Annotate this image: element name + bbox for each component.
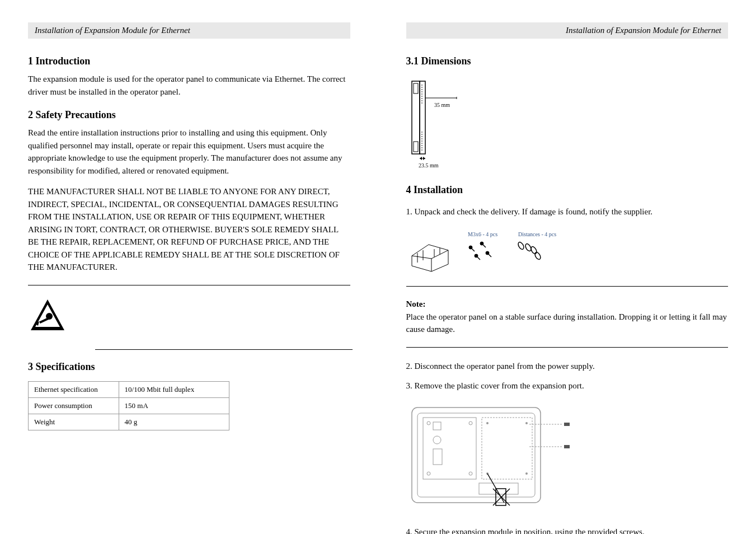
spec-label: Weight — [29, 414, 119, 430]
step-item: 4. Secure the expansion module in positi… — [406, 524, 729, 535]
spec-value: 150 mA — [119, 397, 229, 414]
divider — [406, 347, 729, 348]
svg-point-42 — [469, 472, 472, 475]
spec-label: Ethernet specification — [29, 381, 119, 397]
screw-label: M3x6 - 4 pcs — [468, 231, 497, 237]
dimension-label: 23.5 mm — [419, 162, 439, 168]
disclaimer-text: THE MANUFACTURER SHALL NOT BE LIABLE TO … — [28, 185, 350, 274]
note-block: Note: Place the operator panel on a stab… — [406, 298, 729, 336]
svg-point-39 — [427, 421, 430, 425]
install-diagram — [406, 402, 729, 516]
safety-text: Read the entire installation instruction… — [28, 127, 350, 177]
spec-title: 3 Specifications — [28, 361, 350, 373]
spec-table: Ethernet specification 10/100 Mbit full … — [28, 381, 229, 430]
svg-point-44 — [433, 436, 441, 444]
svg-rect-7 — [414, 142, 418, 152]
left-page: Installation of Expansion Module for Eth… — [0, 0, 378, 534]
dimension-label: 35 mm — [434, 102, 450, 108]
svg-rect-38 — [423, 418, 476, 479]
svg-line-25 — [471, 247, 475, 251]
svg-rect-54 — [564, 445, 570, 448]
step-item: 1. Unpack and check the delivery. If dam… — [406, 204, 729, 219]
header-left: Installation of Expansion Module for Eth… — [28, 22, 350, 39]
svg-line-18 — [412, 256, 431, 259]
spec-label: Power consumption — [29, 397, 119, 414]
svg-rect-6 — [414, 83, 418, 93]
svg-rect-45 — [433, 449, 442, 465]
svg-rect-5 — [412, 81, 420, 154]
svg-rect-43 — [433, 422, 441, 430]
svg-rect-8 — [420, 81, 425, 154]
warning-icon — [28, 297, 350, 338]
install-title: 4 Installation — [406, 184, 729, 196]
table-row: Weight 40 g — [29, 414, 229, 430]
svg-point-41 — [427, 472, 430, 475]
table-row: Ethernet specification 10/100 Mbit full … — [29, 381, 229, 397]
header-right: Installation of Expansion Module for Eth… — [406, 22, 729, 39]
svg-point-32 — [517, 241, 525, 250]
right-page: Installation of Expansion Module for Eth… — [378, 0, 757, 534]
table-row: Power consumption 150 mA — [29, 397, 229, 414]
svg-marker-15 — [423, 157, 425, 160]
safety-title: 2 Safety Precautions — [28, 109, 350, 121]
svg-rect-46 — [482, 418, 532, 479]
divider-short — [95, 349, 353, 350]
svg-point-47 — [486, 422, 489, 424]
svg-point-35 — [534, 251, 542, 260]
intro-text: The expansion module is used for the ope… — [28, 73, 350, 98]
svg-point-34 — [530, 246, 538, 255]
spec-value: 10/100 Mbit full duplex — [119, 381, 229, 397]
intro-title: 1 Introduction — [28, 55, 350, 67]
distance-label: Distances - 4 pcs — [518, 231, 556, 237]
divider — [406, 286, 729, 287]
svg-line-29 — [476, 256, 480, 260]
divider — [28, 285, 350, 285]
note-text: Place the operator panel on a stable sur… — [406, 312, 727, 334]
spec-value: 40 g — [119, 414, 229, 430]
svg-point-48 — [525, 422, 528, 424]
unpack-diagram: M3x6 - 4 pcs Distances - 4 pcs — [406, 228, 729, 275]
step-item: 2. Disconnect the operator panel from th… — [406, 359, 729, 374]
note-label: Note: — [406, 299, 426, 308]
svg-point-40 — [469, 421, 472, 425]
svg-point-4 — [46, 313, 53, 320]
svg-line-27 — [482, 243, 486, 247]
svg-line-31 — [487, 253, 491, 257]
svg-point-50 — [525, 472, 528, 475]
svg-marker-14 — [420, 157, 422, 160]
step-item: 3. Remove the plastic cover from the exp… — [406, 378, 729, 394]
dimensions-diagram: 35 mm 23.5 mm — [406, 76, 729, 173]
svg-rect-52 — [564, 423, 570, 426]
dimensions-title: 3.1 Dimensions — [406, 55, 729, 67]
